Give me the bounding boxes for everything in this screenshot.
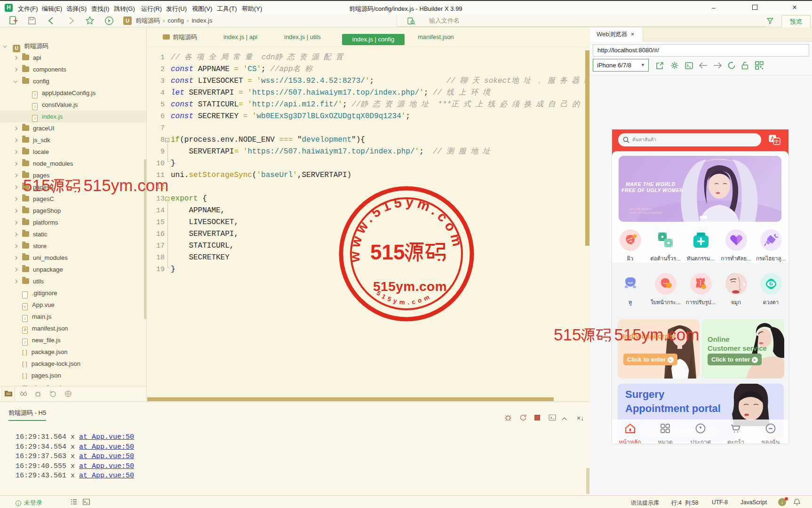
svg-text:FREE OF UGLY WOMEN: FREE OF UGLY WOMEN	[621, 187, 684, 193]
svg-text:中: 中	[774, 139, 779, 144]
svg-text:MAKE THE WORLD: MAKE THE WORLD	[626, 181, 676, 187]
svg-text:515: 515	[370, 241, 405, 264]
svg-text:LET THE WORLD: LET THE WORLD	[629, 208, 652, 210]
svg-text:515ym.com: 515ym.com	[373, 279, 447, 294]
svg-text:HAVE NO UGLY WOMEN: HAVE NO UGLY WOMEN	[629, 211, 661, 214]
